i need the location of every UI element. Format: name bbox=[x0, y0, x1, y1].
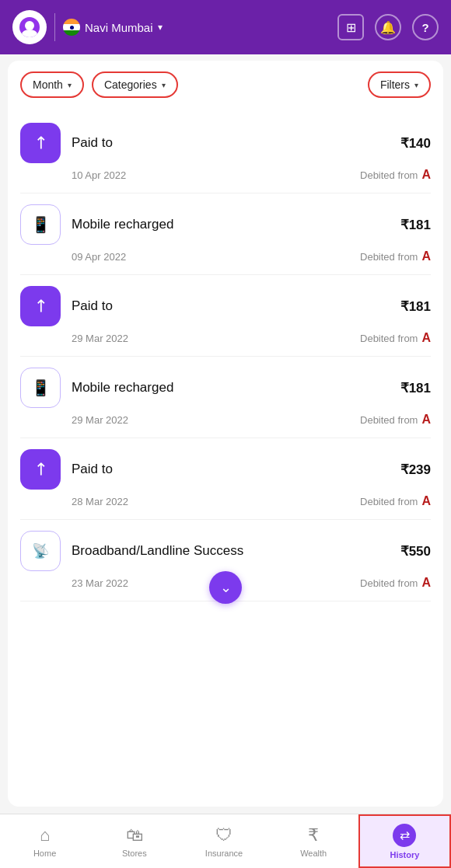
arrow-up-right-icon: ↗ bbox=[28, 131, 52, 155]
avatar[interactable] bbox=[12, 10, 47, 44]
transaction-date: 09 Apr 2022 bbox=[72, 251, 360, 263]
transaction-debit: Debited from A bbox=[360, 331, 431, 345]
transaction-amount: ₹140 bbox=[400, 135, 431, 152]
sidebar-item-insurance[interactable]: 🛡 Insurance bbox=[179, 814, 268, 868]
categories-filter-label: Categories bbox=[104, 78, 157, 91]
qr-button[interactable]: ⊞ bbox=[337, 14, 364, 40]
broadband-icon: 📡 bbox=[32, 542, 49, 559]
axis-icon: A bbox=[421, 168, 431, 182]
transaction-date: 29 Mar 2022 bbox=[72, 333, 360, 344]
axis-bank-logo: A bbox=[421, 494, 431, 508]
bell-icon: 🔔 bbox=[380, 20, 396, 35]
transaction-debit: Debited from A bbox=[360, 413, 431, 427]
transaction-date: 10 Apr 2022 bbox=[72, 169, 360, 181]
axis-bank-logo: A bbox=[421, 331, 431, 345]
transaction-date: 29 Mar 2022 bbox=[72, 414, 360, 426]
categories-filter-button[interactable]: Categories ▾ bbox=[92, 71, 178, 98]
app-header: Navi Mumbai ▾ ⊞ 🔔 ? bbox=[0, 0, 451, 54]
axis-icon: A bbox=[421, 331, 431, 345]
transaction-amount: ₹181 bbox=[400, 298, 431, 315]
transaction-icon-arrow: ↗ bbox=[20, 286, 61, 326]
axis-icon: A bbox=[421, 494, 431, 508]
history-icon-circle: ⇄ bbox=[393, 824, 416, 847]
transaction-label: Mobile recharged bbox=[72, 380, 390, 396]
nav-stores-label: Stores bbox=[122, 849, 147, 858]
transaction-debit: Debited from A bbox=[360, 576, 431, 590]
table-row[interactable]: 📱 Mobile recharged ₹181 29 Mar 2022 Debi… bbox=[20, 357, 431, 438]
header-divider bbox=[54, 13, 55, 41]
location-selector[interactable]: Navi Mumbai ▾ bbox=[63, 19, 330, 36]
home-icon: ⌂ bbox=[40, 825, 50, 845]
axis-icon: A bbox=[421, 413, 431, 427]
axis-bank-logo: A bbox=[421, 168, 431, 182]
india-flag bbox=[63, 19, 80, 36]
header-actions: ⊞ 🔔 ? bbox=[337, 14, 439, 40]
table-row[interactable]: 📱 Mobile recharged ₹181 09 Apr 2022 Debi… bbox=[20, 193, 431, 275]
axis-bank-logo: A bbox=[421, 249, 431, 263]
stores-icon: 🛍 bbox=[126, 825, 143, 845]
transaction-icon-arrow: ↗ bbox=[20, 123, 61, 163]
month-filter-button[interactable]: Month ▾ bbox=[20, 71, 84, 98]
transaction-label: Paid to bbox=[72, 462, 390, 477]
categories-chevron-icon: ▾ bbox=[162, 81, 166, 89]
location-chevron-icon: ▾ bbox=[158, 22, 163, 33]
month-filter-label: Month bbox=[33, 78, 63, 91]
sidebar-item-wealth[interactable]: ₹ Wealth bbox=[269, 814, 358, 868]
transaction-label: Mobile recharged bbox=[72, 217, 390, 232]
bottom-navigation: ⌂ Home 🛍 Stores 🛡 Insurance ₹ Wealth ⇄ H… bbox=[0, 814, 451, 868]
transaction-icon-phone: 📱 bbox=[20, 368, 61, 408]
phone-recharge-icon: 📱 bbox=[31, 378, 51, 397]
nav-insurance-label: Insurance bbox=[205, 849, 243, 858]
transaction-amount: ₹181 bbox=[400, 380, 431, 396]
transactions-list: ↗ Paid to ₹140 10 Apr 2022 Debited from … bbox=[20, 112, 431, 601]
table-row[interactable]: ↗ Paid to ₹239 28 Mar 2022 Debited from … bbox=[20, 438, 431, 520]
main-panel: Month ▾ Categories ▾ Filters ▾ ↗ Paid to… bbox=[8, 61, 443, 807]
chevron-down-icon: ⌄ bbox=[220, 579, 232, 596]
axis-icon: A bbox=[421, 249, 431, 263]
transaction-date: 28 Mar 2022 bbox=[72, 496, 360, 507]
arrow-up-right-icon: ↗ bbox=[28, 457, 52, 481]
filters-chevron-icon: ▾ bbox=[414, 81, 418, 89]
notification-button[interactable]: 🔔 bbox=[375, 14, 401, 40]
sidebar-item-home[interactable]: ⌂ Home bbox=[0, 814, 89, 868]
history-arrows-icon: ⇄ bbox=[400, 828, 410, 842]
transaction-icon-phone: 📱 bbox=[20, 204, 61, 245]
wealth-icon: ₹ bbox=[308, 825, 319, 845]
arrow-up-right-icon: ↗ bbox=[28, 294, 52, 318]
month-chevron-icon: ▾ bbox=[68, 81, 72, 89]
filters-label: Filters bbox=[380, 78, 410, 91]
axis-bank-logo: A bbox=[421, 413, 431, 427]
nav-wealth-label: Wealth bbox=[300, 849, 327, 858]
table-row[interactable]: ↗ Paid to ₹140 10 Apr 2022 Debited from … bbox=[20, 112, 431, 193]
filters-button[interactable]: Filters ▾ bbox=[368, 71, 431, 98]
location-label: Navi Mumbai bbox=[85, 21, 153, 34]
transaction-amount: ₹181 bbox=[400, 217, 431, 233]
help-button[interactable]: ? bbox=[412, 14, 439, 40]
help-icon: ? bbox=[421, 21, 428, 34]
axis-icon: A bbox=[421, 576, 431, 590]
transaction-amount: ₹239 bbox=[400, 462, 431, 478]
qr-icon: ⊞ bbox=[346, 20, 356, 35]
transaction-debit: Debited from A bbox=[360, 168, 431, 182]
axis-bank-logo: A bbox=[421, 576, 431, 590]
filter-row: Month ▾ Categories ▾ Filters ▾ bbox=[20, 71, 431, 98]
nav-home-label: Home bbox=[33, 849, 56, 858]
transaction-label: Paid to bbox=[72, 135, 390, 151]
transaction-icon-arrow: ↗ bbox=[20, 449, 61, 490]
transaction-label: Broadband/Landline Success bbox=[72, 543, 390, 559]
transaction-debit: Debited from A bbox=[360, 494, 431, 508]
sidebar-item-history[interactable]: ⇄ History bbox=[358, 814, 451, 868]
scroll-down-button[interactable]: ⌄ bbox=[209, 571, 242, 604]
nav-history-label: History bbox=[390, 850, 419, 859]
transaction-icon-broadband: 📡 bbox=[20, 531, 61, 571]
transaction-debit: Debited from A bbox=[360, 249, 431, 263]
transaction-amount: ₹550 bbox=[400, 543, 431, 559]
sidebar-item-stores[interactable]: 🛍 Stores bbox=[89, 814, 179, 868]
insurance-icon: 🛡 bbox=[215, 825, 232, 845]
phone-recharge-icon: 📱 bbox=[31, 215, 51, 234]
transaction-label: Paid to bbox=[72, 298, 390, 314]
table-row[interactable]: ↗ Paid to ₹181 29 Mar 2022 Debited from … bbox=[20, 275, 431, 357]
table-row[interactable]: 📡 Broadband/Landline Success ₹550 23 Mar… bbox=[20, 520, 431, 601]
